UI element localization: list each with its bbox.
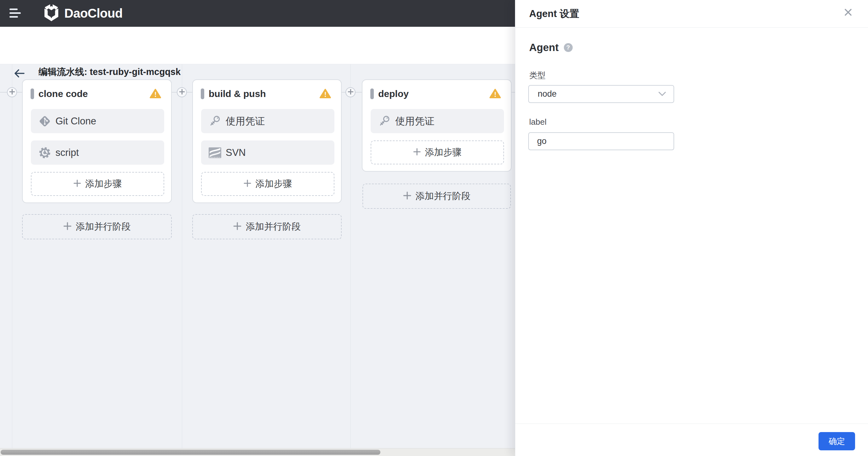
stage-card-build-push[interactable]: build & push 使用凭证	[192, 79, 342, 203]
label-input[interactable]	[528, 132, 674, 150]
plus-icon	[403, 192, 411, 201]
warning-icon	[490, 89, 501, 100]
stage-card-clone-code[interactable]: clone code Git Clone	[22, 79, 172, 203]
close-icon	[844, 12, 852, 17]
page-title: 编辑流水线: test-ruby-git-mcgqsk	[38, 54, 181, 91]
horizontal-scrollbar-thumb[interactable]	[1, 450, 380, 455]
plus-icon	[413, 148, 421, 157]
confirm-button[interactable]: 确定	[818, 432, 855, 450]
add-parallel-label: 添加并行阶段	[246, 221, 301, 233]
agent-settings-panel: Agent 设置 Agent ? 类型 node label 确定	[515, 0, 868, 456]
add-step-label: 添加步骤	[425, 146, 462, 159]
back-button[interactable]	[14, 68, 27, 81]
plus-icon	[9, 89, 15, 96]
stage-connector-line	[512, 92, 515, 93]
key-icon	[378, 114, 392, 128]
insert-stage-button[interactable]	[345, 87, 355, 97]
add-parallel-stage-button[interactable]: 添加并行阶段	[22, 214, 172, 239]
brand-name: DaoCloud	[64, 6, 123, 21]
key-icon	[208, 114, 222, 128]
type-select[interactable]: node	[528, 85, 674, 103]
add-parallel-label: 添加并行阶段	[76, 221, 131, 233]
step-svn[interactable]: SVN	[201, 140, 334, 165]
menu-button[interactable]	[9, 6, 23, 20]
type-select-value: node	[538, 89, 658, 99]
stage-drag-handle[interactable]	[370, 89, 374, 99]
add-step-button[interactable]: 添加步骤	[201, 172, 334, 196]
panel-footer: 确定	[515, 424, 868, 456]
help-icon[interactable]: ?	[564, 43, 573, 52]
warning-icon	[319, 89, 331, 100]
plus-icon	[63, 222, 71, 231]
column-separator	[182, 64, 182, 448]
svn-icon	[208, 146, 222, 160]
plus-icon	[233, 222, 241, 231]
plus-icon	[73, 180, 81, 188]
step-use-credential[interactable]: 使用凭证	[371, 109, 504, 133]
gear-icon	[38, 146, 52, 160]
add-parallel-stage-button[interactable]: 添加并行阶段	[363, 184, 511, 209]
chevron-down-icon	[658, 92, 666, 96]
label-field-label: label	[529, 117, 547, 127]
step-label: script	[56, 147, 79, 158]
agent-section-title: Agent ?	[529, 41, 573, 54]
add-step-button[interactable]: 添加步骤	[371, 140, 504, 164]
panel-header: Agent 设置	[515, 0, 868, 28]
stage-drag-handle[interactable]	[201, 89, 204, 99]
daocloud-cube-icon	[43, 3, 59, 24]
brand-logo[interactable]: DaoCloud	[43, 0, 123, 27]
stage-header: build & push	[193, 88, 341, 99]
back-arrow-icon	[14, 74, 25, 79]
panel-title: Agent 设置	[529, 0, 579, 28]
add-step-button[interactable]: 添加步骤	[31, 172, 164, 196]
stage-drag-handle[interactable]	[31, 89, 34, 99]
step-label: 使用凭证	[226, 115, 265, 128]
insert-stage-button[interactable]	[7, 87, 17, 97]
git-icon	[38, 114, 52, 128]
step-script[interactable]: script	[31, 140, 164, 165]
step-git-clone[interactable]: Git Clone	[31, 109, 164, 133]
step-label: 使用凭证	[395, 115, 434, 128]
stage-name: build & push	[209, 88, 266, 99]
stage-header: deploy	[363, 88, 511, 99]
type-field-label: 类型	[529, 70, 546, 81]
add-step-label: 添加步骤	[85, 177, 122, 190]
add-step-label: 添加步骤	[256, 177, 292, 190]
step-use-credential[interactable]: 使用凭证	[201, 109, 334, 133]
close-button[interactable]	[844, 8, 856, 20]
step-label: Git Clone	[56, 116, 96, 127]
agent-section-label: Agent	[529, 41, 559, 54]
add-parallel-stage-button[interactable]: 添加并行阶段	[192, 214, 342, 239]
step-label: SVN	[226, 147, 246, 158]
stage-name: deploy	[378, 88, 409, 99]
plus-icon	[244, 180, 251, 188]
plus-icon	[348, 89, 353, 96]
add-parallel-label: 添加并行阶段	[416, 190, 471, 202]
column-separator	[350, 64, 351, 448]
stage-card-deploy[interactable]: deploy 使用凭证 添加步骤	[362, 79, 512, 172]
